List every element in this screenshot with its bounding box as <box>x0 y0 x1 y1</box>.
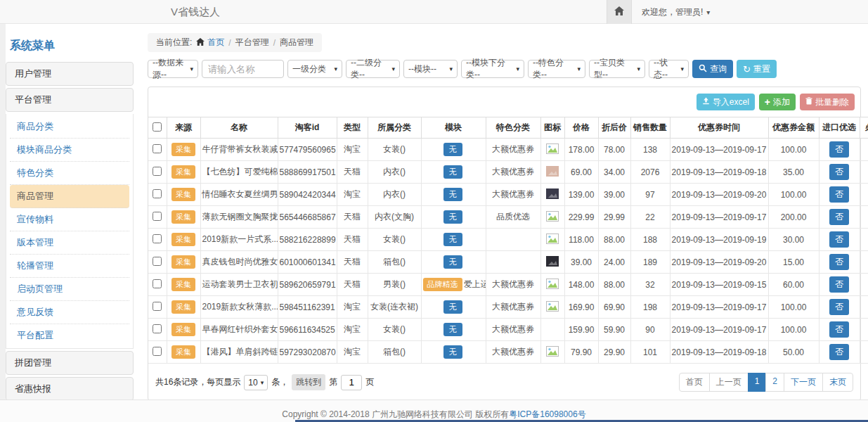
icp-link[interactable]: 粤ICP备16098006号 <box>509 409 585 419</box>
product-name: 2019新款女秋薄款... <box>200 296 278 319</box>
feature-category: 大额优惠券 <box>486 341 540 364</box>
feature-category-select[interactable]: --特色分类--▾ <box>528 60 585 78</box>
module-sub-category-select[interactable]: --模块下分类--▾ <box>461 60 524 78</box>
feature-category: 大额优惠券 <box>486 161 540 184</box>
sidebar-item-product-mgmt[interactable]: 商品管理 <box>10 185 129 208</box>
jump-button[interactable]: 跳转到 <box>292 374 325 390</box>
row-checkbox[interactable] <box>153 279 162 288</box>
import-excel-button[interactable]: 导入excel <box>697 94 755 110</box>
product-name: 运动套装男士卫衣初秋... <box>200 274 278 296</box>
search-button[interactable]: 查询 <box>692 60 733 78</box>
pagination-summary: 共16条记录，每页显示 10 ▾ 条， 跳转到 第 页 <box>155 374 374 390</box>
taoke-id: 596611634525 <box>278 319 337 341</box>
row-checkbox[interactable] <box>153 189 162 198</box>
page-number-input[interactable] <box>341 375 362 390</box>
sidebar-item-feature-category[interactable]: 特色分类 <box>10 162 129 185</box>
product-type: 天猫 <box>337 274 368 296</box>
product-type: 淘宝 <box>337 184 368 206</box>
per-page-select[interactable]: 10 ▾ <box>244 375 268 390</box>
column-header: 销售数量 <box>630 117 670 139</box>
chevron-down-icon: ▾ <box>334 65 337 72</box>
imported-toggle[interactable]: 否 <box>829 344 849 360</box>
column-header: 优惠券时间 <box>670 117 768 139</box>
row-checkbox[interactable] <box>153 212 162 221</box>
imported-toggle[interactable]: 否 <box>829 186 849 203</box>
row-checkbox[interactable] <box>153 257 162 266</box>
imported-toggle[interactable]: 否 <box>829 299 849 315</box>
sidebar-item-group-buy-mgmt[interactable]: 拼团管理 <box>6 351 134 375</box>
sales-count: 97 <box>630 184 670 206</box>
sidebar-item-carousel-mgmt[interactable]: 轮播管理 <box>10 255 129 278</box>
select-all-checkbox[interactable] <box>153 122 162 132</box>
column-header: 模块 <box>421 117 486 139</box>
name-input[interactable] <box>202 60 284 78</box>
module-text: 爱上运动 <box>464 279 486 290</box>
column-header: 图标 <box>540 117 564 139</box>
coupon-time: 2019-09-13—2019-09-17 <box>670 139 768 161</box>
add-button[interactable]: + 添加 <box>759 94 796 110</box>
module-badge: 品牌精选 <box>423 278 462 291</box>
table-row: 采集运动套装男士卫衣初秋...589620659791天猫男装()品牌精选爱上运… <box>148 274 868 296</box>
batch-delete-button[interactable]: 批量删除 <box>800 94 855 110</box>
add-label: 添加 <box>773 96 790 108</box>
level2-category-select[interactable]: --二级分类--▾ <box>346 60 400 78</box>
thumbnail-icon <box>546 236 559 246</box>
product-category: 内衣() <box>368 161 421 184</box>
row-checkbox[interactable] <box>153 347 162 356</box>
imported-toggle[interactable]: 否 <box>829 254 849 270</box>
module-select[interactable]: --模块--▾ <box>403 60 458 78</box>
sidebar-item-product-category[interactable]: 商品分类 <box>10 115 129 139</box>
taoke-id: 577479560965 <box>278 139 337 161</box>
product-name: 薄款无钢圈文胸聚拢性... <box>200 206 278 229</box>
sidebar-item-platform-config[interactable]: 平台配置 <box>10 324 129 347</box>
imported-toggle[interactable]: 否 <box>829 276 849 293</box>
page-button-首页[interactable]: 首页 <box>679 373 710 392</box>
product-type: 淘宝 <box>337 139 368 161</box>
page-button-下一页[interactable]: 下一页 <box>784 373 823 392</box>
page-button-1[interactable]: 1 <box>748 373 767 392</box>
home-icon <box>614 6 624 18</box>
sidebar-item-module-product-category[interactable]: 模块商品分类 <box>10 139 129 162</box>
sidebar-item-user-mgmt[interactable]: 用户管理 <box>6 62 134 86</box>
breadcrumb-home-link[interactable]: 首页 <box>207 37 224 49</box>
product-category: 内衣() <box>368 184 421 206</box>
source-badge: 采集 <box>171 345 195 359</box>
row-checkbox[interactable] <box>153 324 162 333</box>
sidebar-item-splash-mgmt[interactable]: 启动页管理 <box>10 278 129 301</box>
sidebar-item-saving-express[interactable]: 省惠快报 <box>6 377 134 399</box>
imported-toggle[interactable]: 否 <box>829 141 849 158</box>
status-select[interactable]: --状态--▾ <box>649 60 689 78</box>
product-type: 淘宝 <box>337 341 368 364</box>
item-type-select[interactable]: --宝贝类型--▾ <box>589 60 645 78</box>
row-checkbox[interactable] <box>153 234 162 243</box>
row-checkbox[interactable] <box>153 302 162 311</box>
sidebar-item-platform-mgmt[interactable]: 平台管理 <box>6 88 134 112</box>
column-header: 名称 <box>200 117 278 139</box>
imported-toggle[interactable]: 否 <box>829 164 849 180</box>
imported-toggle[interactable]: 否 <box>829 231 849 248</box>
product-type: 天猫 <box>337 229 368 251</box>
product-name: 情侣睡衣女夏丝绸男士... <box>200 184 278 206</box>
row-checkbox[interactable] <box>153 144 162 153</box>
user-menu[interactable]: 欢迎您，管理员! ▾ <box>632 0 720 24</box>
level1-category-select[interactable]: 一级分类▾ <box>287 60 342 78</box>
home-button[interactable] <box>607 0 632 24</box>
sidebar-menu: 用户管理平台管理商品分类模块商品分类特色分类商品管理宣传物料版本管理轮播管理启动… <box>6 62 134 399</box>
reset-button[interactable]: ↻重置 <box>737 60 777 78</box>
product-name: 【七色纺】可爱纯棉家... <box>200 161 278 184</box>
imported-toggle[interactable]: 否 <box>829 209 849 225</box>
data-source-select[interactable]: --数据来源--▾ <box>148 60 198 78</box>
row-checkbox[interactable] <box>153 167 162 176</box>
coupon-amount: 100.00 <box>768 139 819 161</box>
sidebar-item-promo-material[interactable]: 宣传物料 <box>10 208 129 231</box>
page-button-2[interactable]: 2 <box>765 373 784 392</box>
trash-icon <box>805 97 812 107</box>
imported-toggle[interactable]: 否 <box>829 321 849 338</box>
product-name: 早春网红针织外套女春... <box>200 319 278 341</box>
source-badge: 采集 <box>171 143 195 156</box>
sidebar-item-version-mgmt[interactable]: 版本管理 <box>10 231 129 255</box>
page-button-上一页[interactable]: 上一页 <box>709 373 749 392</box>
feature-category: 大额优惠券 <box>486 184 540 206</box>
sidebar-item-feedback[interactable]: 意见反馈 <box>10 301 129 324</box>
page-button-末页[interactable]: 末页 <box>822 373 853 392</box>
